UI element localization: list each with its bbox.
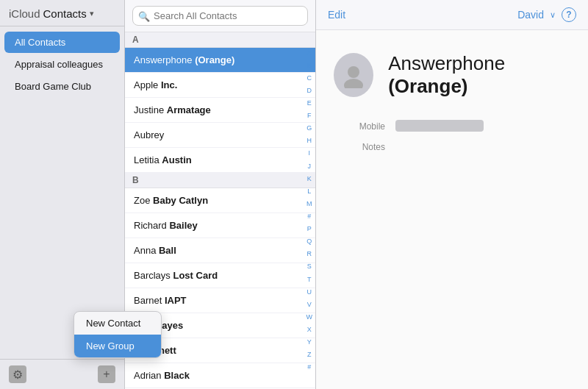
contact-last-name: (Orange) — [388, 75, 467, 97]
alpha-letter-c[interactable]: C — [305, 75, 315, 82]
alpha-letter-x[interactable]: X — [305, 326, 315, 334]
contact-row[interactable]: Barclays Lost Card — [125, 263, 315, 288]
alpha-letter-p[interactable]: P — [305, 226, 315, 233]
sidebar-groups: All ContactsAppraisal colleaguesBoard Ga… — [0, 26, 124, 359]
contact-row[interactable]: Richard Bailey — [125, 213, 315, 238]
notes-label: Notes — [334, 140, 385, 152]
detail-header: Edit David ∨ ? — [316, 0, 588, 30]
contact-row[interactable]: Aubrey — [125, 123, 315, 148]
alpha-letter-s[interactable]: S — [305, 263, 315, 271]
alpha-index: ABCDEFGHIJKLM#PQRSTUVWXYZ# — [305, 32, 315, 389]
sidebar-footer: ⚙ New ContactNew Group + — [0, 359, 124, 389]
contact-row[interactable]: Justine Armatage — [125, 98, 315, 123]
alpha-letter-#[interactable]: # — [305, 213, 315, 221]
notes-field: Notes — [334, 140, 570, 152]
mobile-label: Mobile — [334, 120, 385, 132]
alpha-letter-#[interactable]: # — [305, 364, 315, 371]
alpha-letter-z[interactable]: Z — [305, 351, 315, 359]
alpha-letter-f[interactable]: F — [305, 113, 315, 120]
detail-pane: Edit David ∨ ? Answerphone (Orange) Mobi… — [316, 0, 588, 389]
edit-button[interactable]: Edit — [328, 9, 345, 21]
sidebar-item-board-game-club[interactable]: Board Game Club — [4, 76, 120, 97]
user-chevron-icon: ∨ — [550, 10, 556, 20]
contact-row[interactable]: Barnet IAPT — [125, 288, 315, 313]
contact-row[interactable]: Answerphone (Orange) — [125, 48, 315, 73]
contact-row[interactable]: Letitia Austin — [125, 148, 315, 173]
sidebar-item-all-contacts[interactable]: All Contacts — [4, 32, 120, 53]
detail-content: Answerphone (Orange) Mobile Notes — [316, 30, 588, 389]
contact-hero: Answerphone (Orange) — [334, 52, 570, 98]
mobile-field: Mobile — [334, 120, 570, 132]
sidebar-header: iCloud Contacts ▾ — [0, 0, 124, 26]
contact-row[interactable]: Apple Inc. — [125, 73, 315, 98]
search-bar: 🔍 — [125, 0, 315, 32]
alpha-letter-u[interactable]: U — [305, 289, 315, 296]
contact-row[interactable]: Adrian Black — [125, 363, 315, 388]
contact-first-name: Answerphone — [388, 52, 505, 74]
contacts-label: Contacts — [43, 7, 87, 20]
alpha-letter-d[interactable]: D — [305, 88, 315, 95]
section-header-b: B — [125, 173, 315, 188]
user-name[interactable]: David — [517, 9, 544, 21]
user-menu: David ∨ ? — [517, 7, 576, 22]
icloud-label: iCloud — [9, 7, 40, 20]
add-contact-button[interactable]: + — [98, 365, 115, 383]
alpha-letter-q[interactable]: Q — [305, 238, 315, 246]
contact-row[interactable]: Anna Ball — [125, 238, 315, 263]
alpha-letter-r[interactable]: R — [305, 251, 315, 258]
svg-point-1 — [344, 79, 363, 88]
context-menu-item-new-contact[interactable]: New Contact — [74, 312, 161, 335]
contact-row[interactable]: Zoe Baby Catlyn — [125, 188, 315, 213]
context-menu: New ContactNew Group — [74, 311, 162, 358]
settings-icon[interactable]: ⚙ — [9, 365, 26, 383]
alpha-letter-v[interactable]: V — [305, 301, 315, 309]
alpha-letter-g[interactable]: G — [305, 125, 315, 132]
alpha-letter-m[interactable]: M — [305, 201, 315, 208]
sidebar: iCloud Contacts ▾ All ContactsAppraisal … — [0, 0, 125, 389]
help-button[interactable]: ? — [562, 7, 576, 22]
alpha-letter-k[interactable]: K — [305, 176, 315, 183]
alpha-letter-b[interactable]: B — [305, 63, 315, 70]
alpha-letter-i[interactable]: I — [305, 150, 315, 157]
contact-name-display: Answerphone (Orange) — [388, 52, 570, 98]
section-header-a: A — [125, 32, 315, 48]
search-icon: 🔍 — [138, 10, 150, 21]
alpha-letter-e[interactable]: E — [305, 100, 315, 107]
alpha-letter-w[interactable]: W — [305, 314, 315, 321]
sidebar-item-appraisal-colleagues[interactable]: Appraisal colleagues — [4, 54, 120, 75]
avatar — [334, 53, 373, 97]
alpha-letter-t[interactable]: T — [305, 276, 315, 284]
alpha-letter-y[interactable]: Y — [305, 339, 315, 346]
search-input[interactable] — [132, 6, 308, 26]
context-menu-item-new-group[interactable]: New Group — [74, 335, 161, 357]
svg-point-0 — [348, 66, 359, 78]
chevron-down-icon[interactable]: ▾ — [90, 9, 94, 18]
alpha-letter-h[interactable]: H — [305, 138, 315, 145]
alpha-letter-l[interactable]: L — [305, 188, 315, 196]
alpha-letter-j[interactable]: J — [305, 163, 315, 171]
alpha-letter-a[interactable]: A — [305, 50, 315, 57]
mobile-value — [395, 120, 484, 132]
